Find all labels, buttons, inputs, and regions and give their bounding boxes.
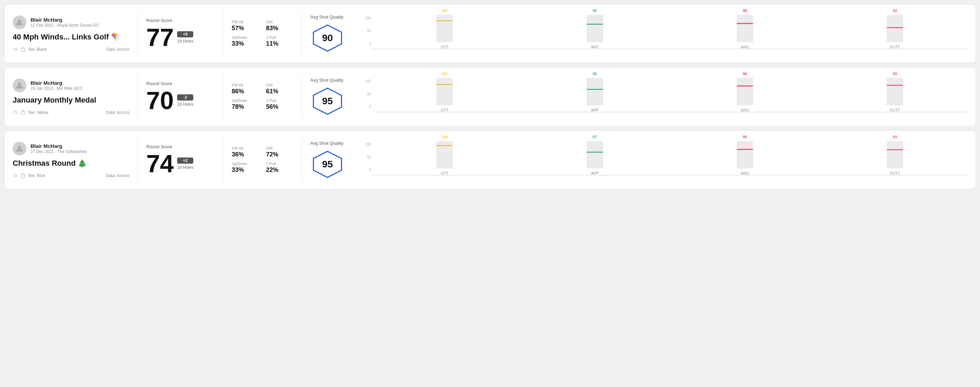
quality-number: 95 — [322, 96, 332, 107]
tee-info: Tee: Blue — [13, 173, 45, 178]
quality-section: Avg Shot Quality 95 — [310, 78, 365, 116]
fw-hit-label: FW Hit — [232, 83, 259, 87]
score-badge: +5 — [177, 31, 193, 37]
quality-label: Avg Shot Quality — [310, 14, 344, 19]
fw-hit-value: 57% — [232, 25, 259, 32]
bar-value: 82 — [893, 9, 897, 13]
chart-section: 100 50 0 107 OTT 95 APP 98 ARG 82 — [365, 11, 967, 56]
weather-icon — [13, 174, 18, 178]
score-badge: -2 — [177, 94, 193, 100]
chart-bar-arg: 96 ARG — [673, 72, 817, 112]
gir-label: GIR — [266, 83, 293, 87]
oneputt-value: 11% — [266, 40, 293, 48]
gir-label: GIR — [266, 146, 293, 150]
chart-y-50: 50 — [365, 92, 371, 96]
fw-hit-stat: FW Hit 57% — [232, 20, 259, 32]
score-row: 70 -2 18 Holes — [146, 88, 215, 113]
chart-y-100: 100 — [365, 79, 371, 83]
fw-hit-stat: FW Hit 86% — [232, 83, 259, 95]
player-date: 12 Feb 2022 · Royal North Devon GC — [30, 23, 99, 28]
chart-y-50: 50 — [365, 29, 371, 33]
divider — [138, 11, 138, 56]
chart-y-100: 100 — [365, 143, 371, 146]
chart-bar-arg: 95 ARG — [673, 135, 817, 175]
round-title: Christmas Round 🎄 — [13, 159, 129, 168]
bar-value: 101 — [441, 72, 448, 76]
updown-stat: Up/Down 33% — [232, 162, 259, 174]
data-source: Data: Arccos — [106, 110, 129, 115]
quality-hexagon: 95 — [310, 86, 345, 116]
updown-stat: Up/Down 78% — [232, 98, 259, 111]
divider — [223, 75, 223, 119]
score-holes: 18 Holes — [177, 39, 193, 44]
round-card: Blair McHarg 27 Dec 2021 · The Oxfordshi… — [4, 130, 976, 189]
chart-y-100: 100 — [365, 16, 371, 20]
stats-section: FW Hit 86% GIR 61% Up/Down 78% 1 Putt 56… — [232, 83, 293, 111]
bar-value: 95 — [593, 9, 597, 13]
score-holes: 18 Holes — [177, 102, 193, 107]
fw-hit-stat: FW Hit 36% — [232, 146, 259, 158]
chart-y-0: 0 — [365, 42, 371, 46]
stats-section: FW Hit 57% GIR 83% Up/Down 33% 1 Putt 11… — [232, 20, 293, 48]
updown-stat: Up/Down 33% — [232, 35, 259, 48]
bag-icon — [20, 110, 26, 115]
weather-icon — [13, 111, 18, 114]
player-section: Blair McHarg 12 Feb 2022 · Royal North D… — [13, 16, 129, 52]
score-badge: +2 — [177, 157, 193, 163]
chart-y-50: 50 — [365, 155, 371, 159]
oneputt-label: 1 Putt — [266, 98, 293, 103]
fw-hit-value: 86% — [232, 88, 259, 95]
quality-hexagon: 90 — [310, 23, 345, 53]
divider — [302, 11, 302, 56]
score-label: Round Score — [146, 18, 215, 23]
player-footer: Tee: Blue Data: Arccos — [13, 173, 129, 178]
updown-value: 33% — [232, 167, 259, 174]
avatar — [13, 142, 26, 155]
player-date: 27 Dec 2021 · The Oxfordshire — [30, 149, 87, 154]
oneputt-stat: 1 Putt 22% — [266, 162, 293, 174]
oneputt-value: 22% — [266, 167, 293, 174]
score-label: Round Score — [146, 144, 215, 149]
bar-value: 95 — [743, 135, 747, 139]
divider — [138, 75, 138, 119]
updown-value: 33% — [232, 40, 259, 48]
svg-rect-5 — [21, 111, 25, 114]
round-card: Blair McHarg 12 Feb 2022 · Royal North D… — [4, 4, 976, 63]
score-number: 74 — [146, 151, 174, 176]
player-footer: Tee: Yellow Data: Arccos — [13, 110, 129, 115]
oneputt-stat: 1 Putt 56% — [266, 98, 293, 111]
gir-label: GIR — [266, 20, 293, 24]
player-name: Blair McHarg — [30, 80, 83, 86]
updown-label: Up/Down — [232, 35, 259, 40]
gir-stat: GIR 83% — [266, 20, 293, 32]
chart-y-0: 0 — [365, 105, 371, 109]
fw-hit-value: 36% — [232, 151, 259, 158]
chart-bar-ott: 107 OTT — [372, 9, 517, 49]
bar-value: 107 — [441, 9, 448, 13]
score-holes: 18 Holes — [177, 165, 193, 170]
player-name: Blair McHarg — [30, 17, 99, 23]
bag-icon — [20, 173, 26, 178]
round-title: January Monthly Medal — [13, 96, 129, 105]
chart-section: 100 50 0 110 OTT 87 APP 95 ARG 93 — [365, 138, 967, 182]
chart-bar-arg: 98 ARG — [673, 9, 817, 49]
oneputt-value: 56% — [266, 103, 293, 111]
round-title: 40 Mph Winds... Links Golf 🪁 — [13, 33, 129, 41]
oneputt-label: 1 Putt — [266, 162, 293, 166]
updown-value: 78% — [232, 103, 259, 111]
divider — [138, 138, 138, 182]
chart-section: 100 50 0 101 OTT 86 APP 96 ARG 99 — [365, 75, 967, 119]
chart-bar-putt: 82 PUTT — [823, 9, 967, 49]
avatar — [13, 79, 26, 92]
divider — [223, 11, 223, 56]
bar-value: 98 — [743, 9, 747, 13]
quality-section: Avg Shot Quality 95 — [310, 141, 365, 179]
player-name: Blair McHarg — [30, 143, 87, 149]
score-section: Round Score 70 -2 18 Holes — [146, 81, 215, 113]
fw-hit-label: FW Hit — [232, 146, 259, 150]
quality-number: 95 — [322, 159, 332, 170]
avatar — [13, 16, 26, 29]
bar-value: 86 — [593, 72, 597, 76]
quality-hexagon: 95 — [310, 149, 345, 179]
svg-point-1 — [15, 48, 16, 49]
